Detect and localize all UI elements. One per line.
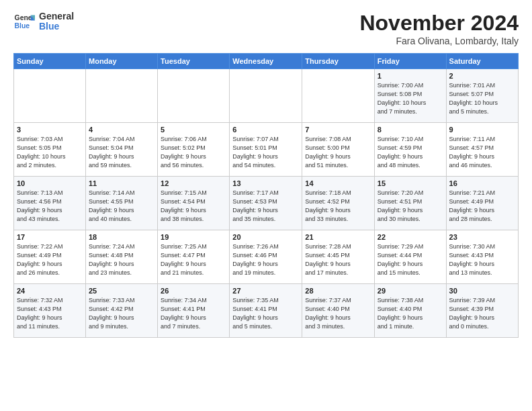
day-info: Sunrise: 7:24 AMSunset: 4:48 PMDaylight:… [89, 242, 154, 277]
day-info: Sunrise: 7:17 AMSunset: 4:53 PMDaylight:… [232, 189, 299, 224]
day-number: 2 [449, 72, 515, 80]
day-info: Sunrise: 7:11 AMSunset: 4:57 PMDaylight:… [449, 135, 515, 170]
day-cell: 12Sunrise: 7:15 AMSunset: 4:54 PMDayligh… [158, 177, 230, 230]
title-area: November 2024 Fara Olivana, Lombardy, It… [359, 11, 519, 46]
day-info: Sunrise: 7:39 AMSunset: 4:39 PMDaylight:… [449, 296, 515, 331]
weekday-header-tuesday: Tuesday [158, 54, 230, 69]
day-cell: 8Sunrise: 7:10 AMSunset: 4:59 PMDaylight… [374, 123, 446, 177]
subtitle: Fara Olivana, Lombardy, Italy [359, 36, 519, 46]
day-cell: 14Sunrise: 7:18 AMSunset: 4:52 PMDayligh… [302, 177, 374, 230]
day-cell: 22Sunrise: 7:29 AMSunset: 4:44 PMDayligh… [374, 230, 446, 284]
day-number: 23 [449, 233, 515, 241]
day-cell: 30Sunrise: 7:39 AMSunset: 4:39 PMDayligh… [446, 284, 518, 338]
day-cell [14, 69, 86, 123]
day-info: Sunrise: 7:00 AMSunset: 5:08 PMDaylight:… [378, 81, 443, 116]
svg-text:Blue: Blue [15, 22, 30, 30]
day-info: Sunrise: 7:29 AMSunset: 4:44 PMDaylight:… [378, 242, 443, 277]
weekday-header-sunday: Sunday [14, 54, 86, 69]
day-cell [158, 69, 230, 123]
day-number: 14 [305, 179, 371, 187]
day-info: Sunrise: 7:32 AMSunset: 4:43 PMDaylight:… [17, 296, 83, 331]
week-row-1: 1Sunrise: 7:00 AMSunset: 5:08 PMDaylight… [14, 69, 519, 123]
day-cell: 26Sunrise: 7:34 AMSunset: 4:41 PMDayligh… [158, 284, 230, 338]
day-number: 20 [232, 233, 299, 241]
day-cell: 7Sunrise: 7:08 AMSunset: 5:00 PMDaylight… [302, 123, 374, 177]
day-cell [302, 69, 374, 123]
day-number: 15 [378, 179, 443, 187]
day-cell: 19Sunrise: 7:25 AMSunset: 4:47 PMDayligh… [158, 230, 230, 284]
day-info: Sunrise: 7:14 AMSunset: 4:55 PMDaylight:… [89, 189, 154, 224]
day-number: 22 [378, 233, 443, 241]
weekday-header-wednesday: Wednesday [230, 54, 302, 69]
day-number: 25 [89, 287, 154, 295]
weekday-row: SundayMondayTuesdayWednesdayThursdayFrid… [14, 54, 519, 69]
weekday-header-thursday: Thursday [302, 54, 374, 69]
day-info: Sunrise: 7:04 AMSunset: 5:04 PMDaylight:… [89, 135, 154, 170]
day-info: Sunrise: 7:28 AMSunset: 4:45 PMDaylight:… [305, 242, 371, 277]
day-info: Sunrise: 7:22 AMSunset: 4:49 PMDaylight:… [17, 242, 83, 277]
day-cell: 10Sunrise: 7:13 AMSunset: 4:56 PMDayligh… [14, 177, 86, 230]
day-number: 29 [378, 287, 443, 295]
day-cell: 15Sunrise: 7:20 AMSunset: 4:51 PMDayligh… [374, 177, 446, 230]
weekday-header-friday: Friday [374, 54, 446, 69]
day-info: Sunrise: 7:26 AMSunset: 4:46 PMDaylight:… [232, 242, 299, 277]
day-number: 12 [161, 179, 226, 187]
day-number: 26 [161, 287, 226, 295]
day-number: 13 [232, 179, 299, 187]
day-number: 27 [232, 287, 299, 295]
week-row-2: 3Sunrise: 7:03 AMSunset: 5:05 PMDaylight… [14, 123, 519, 177]
day-info: Sunrise: 7:07 AMSunset: 5:01 PMDaylight:… [232, 135, 299, 170]
day-info: Sunrise: 7:03 AMSunset: 5:05 PMDaylight:… [17, 135, 83, 170]
page: General Blue General Blue November 2024 … [0, 0, 532, 411]
day-info: Sunrise: 7:35 AMSunset: 4:41 PMDaylight:… [232, 296, 299, 331]
day-cell: 11Sunrise: 7:14 AMSunset: 4:55 PMDayligh… [86, 177, 158, 230]
day-number: 7 [305, 126, 371, 134]
day-cell: 13Sunrise: 7:17 AMSunset: 4:53 PMDayligh… [230, 177, 302, 230]
day-cell: 28Sunrise: 7:37 AMSunset: 4:40 PMDayligh… [302, 284, 374, 338]
day-info: Sunrise: 7:25 AMSunset: 4:47 PMDaylight:… [161, 242, 226, 277]
day-number: 5 [161, 126, 226, 134]
day-number: 19 [161, 233, 226, 241]
day-number: 9 [449, 126, 515, 134]
day-cell [86, 69, 158, 123]
logo-icon: General Blue [13, 11, 35, 32]
day-cell: 27Sunrise: 7:35 AMSunset: 4:41 PMDayligh… [230, 284, 302, 338]
day-info: Sunrise: 7:13 AMSunset: 4:56 PMDaylight:… [17, 189, 83, 224]
weekday-header-saturday: Saturday [446, 54, 518, 69]
day-number: 8 [378, 126, 443, 134]
week-row-5: 24Sunrise: 7:32 AMSunset: 4:43 PMDayligh… [14, 284, 519, 338]
day-info: Sunrise: 7:37 AMSunset: 4:40 PMDaylight:… [305, 296, 371, 331]
day-number: 17 [17, 233, 83, 241]
day-number: 24 [17, 287, 83, 295]
day-info: Sunrise: 7:34 AMSunset: 4:41 PMDaylight:… [161, 296, 226, 331]
calendar-header: SundayMondayTuesdayWednesdayThursdayFrid… [14, 54, 519, 69]
day-info: Sunrise: 7:01 AMSunset: 5:07 PMDaylight:… [449, 81, 515, 116]
day-info: Sunrise: 7:33 AMSunset: 4:42 PMDaylight:… [89, 296, 154, 331]
day-number: 21 [305, 233, 371, 241]
day-number: 10 [17, 179, 83, 187]
day-cell: 9Sunrise: 7:11 AMSunset: 4:57 PMDaylight… [446, 123, 518, 177]
day-info: Sunrise: 7:15 AMSunset: 4:54 PMDaylight:… [161, 189, 226, 224]
day-cell: 20Sunrise: 7:26 AMSunset: 4:46 PMDayligh… [230, 230, 302, 284]
calendar: SundayMondayTuesdayWednesdayThursdayFrid… [13, 53, 519, 338]
day-number: 28 [305, 287, 371, 295]
day-cell: 21Sunrise: 7:28 AMSunset: 4:45 PMDayligh… [302, 230, 374, 284]
day-number: 18 [89, 233, 154, 241]
week-row-3: 10Sunrise: 7:13 AMSunset: 4:56 PMDayligh… [14, 177, 519, 230]
logo-line2: Blue [39, 21, 74, 32]
day-info: Sunrise: 7:18 AMSunset: 4:52 PMDaylight:… [305, 189, 371, 224]
month-title: November 2024 [359, 11, 519, 36]
logo: General Blue General Blue [13, 11, 74, 32]
day-cell: 29Sunrise: 7:38 AMSunset: 4:40 PMDayligh… [374, 284, 446, 338]
day-number: 1 [378, 72, 443, 80]
day-info: Sunrise: 7:20 AMSunset: 4:51 PMDaylight:… [378, 189, 443, 224]
day-info: Sunrise: 7:06 AMSunset: 5:02 PMDaylight:… [161, 135, 226, 170]
day-cell: 3Sunrise: 7:03 AMSunset: 5:05 PMDaylight… [14, 123, 86, 177]
day-cell: 4Sunrise: 7:04 AMSunset: 5:04 PMDaylight… [86, 123, 158, 177]
day-number: 16 [449, 179, 515, 187]
day-number: 6 [232, 126, 299, 134]
day-info: Sunrise: 7:10 AMSunset: 4:59 PMDaylight:… [378, 135, 443, 170]
day-cell: 5Sunrise: 7:06 AMSunset: 5:02 PMDaylight… [158, 123, 230, 177]
day-number: 3 [17, 126, 83, 134]
day-number: 4 [89, 126, 154, 134]
